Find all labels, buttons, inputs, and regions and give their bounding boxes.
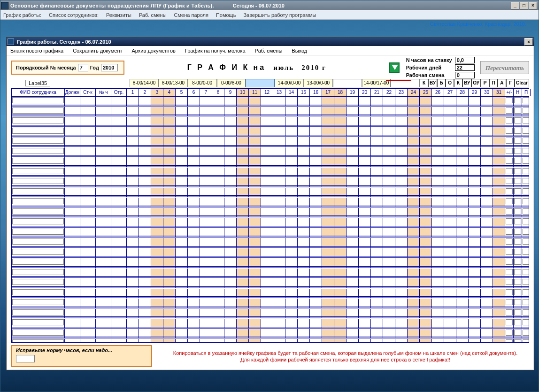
day-cell[interactable] — [212, 269, 224, 277]
day-cell[interactable] — [469, 289, 481, 297]
emp-attr-cell[interactable] — [96, 107, 111, 115]
day-cell[interactable] — [322, 117, 334, 125]
day-cell[interactable] — [408, 157, 420, 166]
day-cell[interactable] — [408, 339, 420, 343]
day-cell[interactable] — [261, 188, 273, 196]
day-cell[interactable] — [383, 299, 395, 307]
day-cell[interactable] — [310, 258, 322, 267]
day-cell[interactable] — [188, 97, 200, 105]
day-cell[interactable] — [346, 117, 359, 125]
day-cell[interactable] — [493, 107, 505, 115]
table-row[interactable] — [12, 248, 529, 257]
tail-cell[interactable] — [522, 299, 529, 307]
day-cell[interactable] — [261, 218, 273, 226]
day-cell[interactable] — [420, 188, 432, 196]
day-cell[interactable] — [127, 278, 139, 287]
day-cell[interactable] — [408, 188, 420, 196]
day-cell[interactable] — [481, 168, 493, 176]
day-cell[interactable] — [359, 269, 371, 277]
day-cell[interactable] — [200, 238, 212, 246]
day-cell[interactable] — [432, 157, 444, 166]
day-cell[interactable] — [273, 289, 285, 297]
day-cell[interactable] — [371, 117, 383, 125]
day-cell[interactable] — [273, 137, 285, 146]
day-cell[interactable] — [322, 238, 334, 246]
day-cell[interactable] — [334, 168, 346, 176]
tail-cell[interactable] — [514, 97, 522, 105]
day-cell[interactable] — [444, 147, 456, 156]
day-cell[interactable] — [383, 137, 395, 146]
day-cell[interactable] — [127, 188, 139, 196]
day-cell[interactable] — [456, 117, 469, 125]
day-cell[interactable] — [432, 208, 444, 216]
day-cell[interactable] — [359, 137, 371, 146]
tail-cell[interactable] — [514, 278, 522, 287]
emp-attr-cell[interactable] — [80, 198, 96, 206]
tail-cell[interactable] — [514, 117, 522, 125]
emp-attr-cell[interactable] — [111, 309, 127, 317]
day-cell[interactable] — [456, 147, 469, 156]
day-cell[interactable] — [481, 278, 493, 287]
day-cell[interactable] — [469, 157, 481, 166]
day-cell[interactable] — [127, 218, 139, 226]
tail-cell[interactable] — [505, 269, 514, 277]
shift-cell-7[interactable] — [333, 79, 362, 87]
day-cell[interactable] — [371, 278, 383, 287]
day-cell[interactable] — [371, 188, 383, 196]
day-cell[interactable] — [493, 177, 505, 186]
day-cell[interactable] — [127, 198, 139, 206]
code-р[interactable]: Р — [481, 79, 489, 87]
day-cell[interactable] — [359, 329, 371, 338]
day-cell[interactable] — [200, 289, 212, 297]
day-cell[interactable] — [322, 188, 334, 196]
day-cell[interactable] — [408, 299, 420, 307]
day-cell[interactable] — [432, 137, 444, 146]
day-cell[interactable] — [261, 278, 273, 287]
tail-cell[interactable] — [505, 188, 514, 196]
day-cell[interactable] — [444, 329, 456, 338]
cm-exit[interactable]: Выход — [292, 48, 307, 54]
day-cell[interactable] — [359, 238, 371, 246]
day-cell[interactable] — [273, 157, 285, 166]
child-titlebar[interactable]: График работы. Сегодня - 06.07.2010 × — [7, 38, 534, 46]
day-cell[interactable] — [359, 107, 371, 115]
day-cell[interactable] — [310, 157, 322, 166]
day-cell[interactable] — [310, 177, 322, 186]
tail-cell[interactable] — [522, 289, 529, 297]
day-cell[interactable] — [237, 258, 249, 267]
day-cell[interactable] — [420, 319, 432, 327]
day-cell[interactable] — [224, 208, 237, 216]
day-cell[interactable] — [334, 97, 346, 105]
day-cell[interactable] — [273, 208, 285, 216]
day-cell[interactable] — [481, 248, 493, 257]
day-cell[interactable] — [285, 218, 298, 226]
day-cell[interactable] — [127, 117, 139, 125]
day-cell[interactable] — [139, 299, 151, 307]
day-cell[interactable] — [176, 147, 188, 156]
day-cell[interactable] — [127, 137, 139, 146]
day-cell[interactable] — [469, 228, 481, 237]
tail-cell[interactable] — [522, 269, 529, 277]
day-cell[interactable] — [212, 198, 224, 206]
day-cell[interactable] — [127, 248, 139, 257]
day-cell[interactable] — [224, 289, 237, 297]
day-cell[interactable] — [371, 228, 383, 237]
day-cell[interactable] — [200, 329, 212, 338]
day-cell[interactable] — [469, 107, 481, 115]
day-cell[interactable] — [237, 188, 249, 196]
day-cell[interactable] — [420, 309, 432, 317]
day-cell[interactable] — [200, 269, 212, 277]
day-cell[interactable] — [310, 309, 322, 317]
day-cell[interactable] — [383, 238, 395, 246]
day-cell[interactable] — [322, 278, 334, 287]
day-cell[interactable] — [469, 299, 481, 307]
tail-cell[interactable] — [514, 177, 522, 186]
day-cell[interactable] — [285, 339, 298, 343]
emp-attr-cell[interactable] — [96, 299, 111, 307]
table-row[interactable] — [12, 188, 529, 196]
day-cell[interactable] — [249, 107, 261, 115]
day-cell[interactable] — [212, 238, 224, 246]
day-cell[interactable] — [212, 248, 224, 257]
day-cell[interactable] — [249, 309, 261, 317]
emp-attr-cell[interactable] — [111, 157, 127, 166]
